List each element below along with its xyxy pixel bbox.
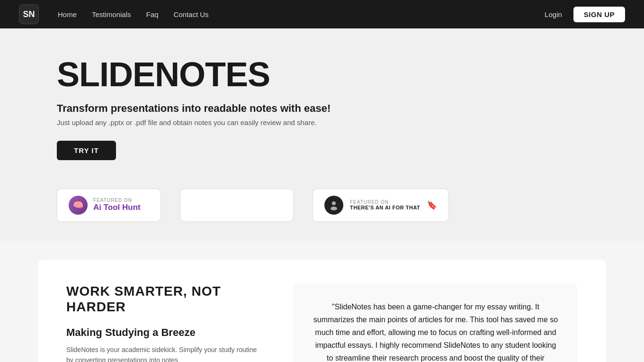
nav-links: Home Testimonials Faq Contact Us xyxy=(58,10,209,18)
logo-icon: SN xyxy=(19,4,39,24)
hero-title: SLIDENOTES xyxy=(57,57,587,93)
badges-row: 🧠 Featured on Ai Tool Hunt FEATURED ON T… xyxy=(57,189,587,222)
navbar-right: Login SIGN UP xyxy=(545,7,625,22)
work-tag: WORK SMARTER, NOT HARDER xyxy=(66,283,265,315)
navbar: SN Home Testimonials Faq Contact Us Logi… xyxy=(0,0,644,28)
nav-testimonials[interactable]: Testimonials xyxy=(92,10,131,18)
nav-contact[interactable]: Contact Us xyxy=(173,10,208,18)
badge-ai-tool-hunt-text: Featured on Ai Tool Hunt xyxy=(93,198,141,212)
hero-subtitle: Transform presentations into readable no… xyxy=(57,102,587,115)
badge-theres-ai-text: FEATURED ON THERE'S AN AI FOR THAT xyxy=(350,199,420,211)
badge-ai-tool-hunt[interactable]: 🧠 Featured on Ai Tool Hunt xyxy=(57,189,161,222)
logo-text: SN xyxy=(23,9,35,19)
work-left: WORK SMARTER, NOT HARDER Making Studying… xyxy=(66,283,265,362)
signup-button[interactable]: SIGN UP xyxy=(573,7,625,22)
hero-description: Just upload any .pptx or .pdf file and o… xyxy=(57,118,587,127)
login-button[interactable]: Login xyxy=(545,10,562,18)
brain-icon: 🧠 xyxy=(69,196,88,215)
badge-theres-ai-name: THERE'S AN AI FOR THAT xyxy=(350,205,420,211)
svg-point-2 xyxy=(331,207,337,210)
hero-section: SLIDENOTES Transform presentations into … xyxy=(0,28,644,241)
work-heading: Making Studying a Breeze xyxy=(66,326,265,339)
try-it-button[interactable]: TRY IT xyxy=(57,141,116,160)
work-section: WORK SMARTER, NOT HARDER Making Studying… xyxy=(38,260,606,362)
testimonial-box: "SlideNotes has been a game-changer for … xyxy=(294,283,578,362)
badge-featured-label: Featured on xyxy=(93,198,141,203)
svg-point-1 xyxy=(332,201,336,205)
badge-theres-featured-label: FEATURED ON xyxy=(350,199,420,205)
bookmark-icon: 🔖 xyxy=(427,200,437,210)
work-subtext: SlideNotes is your academic sidekick. Si… xyxy=(66,344,265,362)
work-section-wrapper: WORK SMARTER, NOT HARDER Making Studying… xyxy=(0,241,644,362)
testimonial-quote: "SlideNotes has been a game-changer for … xyxy=(313,300,559,362)
there-icon xyxy=(324,196,343,215)
badge-placeholder xyxy=(180,189,294,222)
badge-ai-tool-hunt-name: Ai Tool Hunt xyxy=(93,203,141,212)
navbar-left: SN Home Testimonials Faq Contact Us xyxy=(19,4,209,24)
badge-theres-an-ai[interactable]: FEATURED ON THERE'S AN AI FOR THAT 🔖 xyxy=(313,189,449,222)
nav-faq[interactable]: Faq xyxy=(146,10,159,18)
nav-home[interactable]: Home xyxy=(58,10,77,18)
logo[interactable]: SN xyxy=(19,4,39,24)
